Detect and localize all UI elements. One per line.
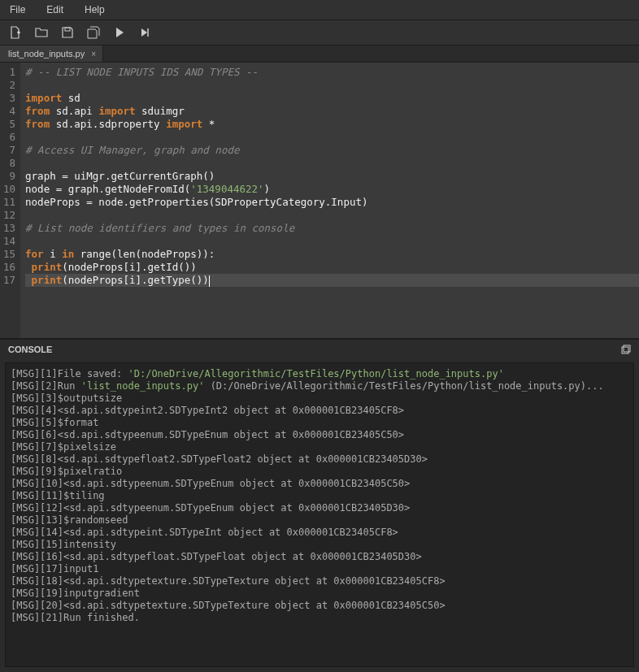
new-file-icon bbox=[9, 26, 22, 39]
line-gutter: 1234567891011121314151617 bbox=[0, 63, 20, 338]
console-line: [MSG][3]$outputsize bbox=[11, 392, 628, 405]
console-title: CONSOLE bbox=[8, 345, 52, 354]
console-header: CONSOLE bbox=[0, 339, 639, 358]
line-number: 13 bbox=[3, 222, 15, 235]
run-button[interactable] bbox=[112, 25, 127, 40]
code-line[interactable]: graph = uiMgr.getCurrentGraph() bbox=[25, 170, 639, 183]
svg-rect-1 bbox=[622, 347, 628, 353]
code-line[interactable]: print(nodeProps[i].getId()) bbox=[25, 261, 639, 274]
console-line: [MSG][9]$pixelratio bbox=[11, 466, 628, 478]
console-output[interactable]: [MSG][1]File saved: 'D:/OneDrive/Allegor… bbox=[5, 362, 634, 667]
line-number: 10 bbox=[3, 183, 15, 196]
code-line[interactable]: print(nodeProps[i].getType()) bbox=[25, 274, 639, 287]
save-button[interactable] bbox=[60, 25, 75, 40]
code-line[interactable]: # List node identifiers and types in con… bbox=[25, 222, 639, 235]
line-number: 8 bbox=[3, 157, 15, 170]
open-folder-button[interactable] bbox=[34, 25, 49, 40]
code-line[interactable]: for i in range(len(nodeProps)): bbox=[25, 248, 639, 261]
line-number: 9 bbox=[3, 170, 15, 183]
popout-icon[interactable] bbox=[621, 345, 631, 354]
code-area[interactable]: # -- LIST NODE INPUTS IDS AND TYPES -- i… bbox=[20, 63, 639, 338]
toolbar bbox=[0, 20, 639, 46]
save-all-icon bbox=[87, 26, 100, 39]
code-line[interactable] bbox=[25, 157, 639, 170]
console-line: [MSG][5]$format bbox=[11, 417, 628, 429]
line-number: 14 bbox=[3, 235, 15, 248]
tab-label: list_node_inputs.py bbox=[8, 49, 85, 59]
save-all-button[interactable] bbox=[86, 25, 101, 40]
menu-edit[interactable]: Edit bbox=[41, 2, 68, 17]
tab-close-icon[interactable]: × bbox=[91, 50, 96, 59]
console-line: [MSG][7]$pixelsize bbox=[11, 441, 628, 453]
menu-help[interactable]: Help bbox=[80, 2, 110, 17]
line-number: 4 bbox=[3, 105, 15, 118]
line-number: 12 bbox=[3, 209, 15, 222]
console-line: [MSG][2]Run 'list_node_inputs.py' (D:/On… bbox=[11, 380, 628, 392]
console-line: [MSG][16]<sd.api.sdtypefloat.SDTypeFloat… bbox=[11, 551, 628, 563]
code-line[interactable]: from sd.api.sdproperty import * bbox=[25, 118, 639, 131]
code-line[interactable] bbox=[25, 79, 639, 92]
console-line: [MSG][17]input1 bbox=[11, 563, 628, 575]
new-file-button[interactable] bbox=[8, 25, 23, 40]
console-line: [MSG][15]intensity bbox=[11, 539, 628, 551]
code-line[interactable]: import sd bbox=[25, 92, 639, 105]
line-number: 11 bbox=[3, 196, 15, 209]
tabbar: list_node_inputs.py × bbox=[0, 46, 639, 63]
line-number: 16 bbox=[3, 261, 15, 274]
console-line: [MSG][21]Run finished. bbox=[11, 612, 628, 624]
save-icon bbox=[61, 26, 74, 39]
console-line: [MSG][1]File saved: 'D:/OneDrive/Allegor… bbox=[11, 368, 628, 380]
line-number: 2 bbox=[3, 79, 15, 92]
tab-file[interactable]: list_node_inputs.py × bbox=[0, 46, 103, 62]
open-folder-icon bbox=[35, 26, 48, 39]
code-line[interactable] bbox=[25, 131, 639, 144]
text-cursor bbox=[209, 275, 210, 287]
code-line[interactable]: nodeProps = node.getProperties(SDPropert… bbox=[25, 196, 639, 209]
console-line: [MSG][8]<sd.api.sdtypefloat2.SDTypeFloat… bbox=[11, 453, 628, 466]
code-line[interactable] bbox=[25, 209, 639, 222]
code-editor[interactable]: 1234567891011121314151617 # -- LIST NODE… bbox=[0, 63, 639, 339]
code-line[interactable]: # -- LIST NODE INPUTS IDS AND TYPES -- bbox=[25, 66, 639, 79]
code-line[interactable]: node = graph.getNodeFromId('1349044622') bbox=[25, 183, 639, 196]
code-line[interactable] bbox=[25, 235, 639, 248]
console-line: [MSG][4]<sd.api.sdtypeint2.SDTypeInt2 ob… bbox=[11, 405, 628, 417]
run-all-button[interactable] bbox=[138, 25, 153, 40]
svg-rect-2 bbox=[624, 345, 630, 352]
console-line: [MSG][12]<sd.api.sdtypeenum.SDTypeEnum o… bbox=[11, 502, 628, 514]
line-number: 7 bbox=[3, 144, 15, 157]
console-line: [MSG][10]<sd.api.sdtypeenum.SDTypeEnum o… bbox=[11, 478, 628, 490]
console-line: [MSG][19]inputgradient bbox=[11, 587, 628, 600]
line-number: 5 bbox=[3, 118, 15, 131]
run-all-icon bbox=[139, 26, 152, 39]
code-line[interactable]: # Access UI Manager, graph and node bbox=[25, 144, 639, 157]
menu-file[interactable]: File bbox=[5, 2, 30, 17]
console-line: [MSG][11]$tiling bbox=[11, 490, 628, 502]
code-line[interactable]: from sd.api import sduimgr bbox=[25, 105, 639, 118]
line-number: 1 bbox=[3, 66, 15, 79]
console-line: [MSG][20]<sd.api.sdtypetexture.SDTypeTex… bbox=[11, 600, 628, 612]
console-line: [MSG][13]$randomseed bbox=[11, 514, 628, 527]
line-number: 15 bbox=[3, 248, 15, 261]
line-number: 6 bbox=[3, 131, 15, 144]
console-panel: CONSOLE [MSG][1]File saved: 'D:/OneDrive… bbox=[0, 339, 639, 672]
line-number: 3 bbox=[3, 92, 15, 105]
console-line: [MSG][18]<sd.api.sdtypetexture.SDTypeTex… bbox=[11, 575, 628, 587]
console-line: [MSG][14]<sd.api.sdtypeint.SDTypeInt obj… bbox=[11, 527, 628, 539]
run-icon bbox=[113, 26, 126, 39]
console-line: [MSG][6]<sd.api.sdtypeenum.SDTypeEnum ob… bbox=[11, 429, 628, 441]
line-number: 17 bbox=[3, 274, 15, 287]
menubar: File Edit Help bbox=[0, 0, 639, 20]
